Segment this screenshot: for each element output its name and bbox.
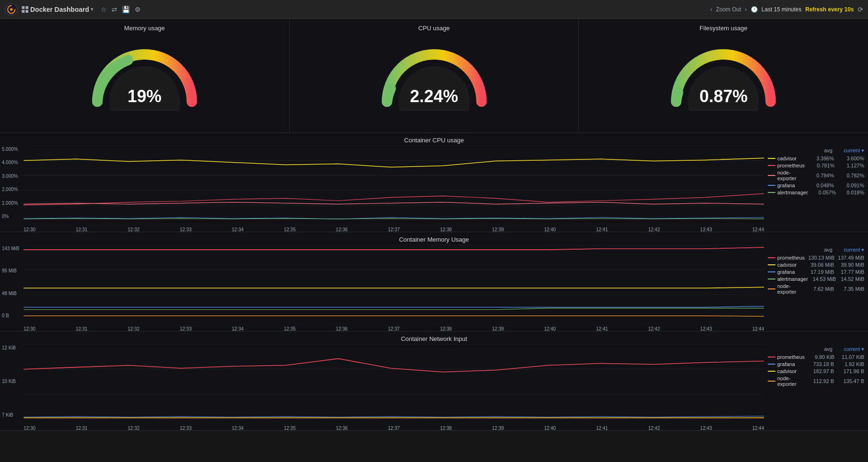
svg-rect-2	[22, 6, 25, 9]
cpu-gauge-panel: CPU usage 2.24%	[290, 19, 579, 132]
grafana-logo-icon[interactable]	[5, 3, 18, 16]
network-y-label-0: 12 KiB	[2, 345, 22, 350]
zoom-out-button[interactable]: Zoom Out	[716, 6, 741, 13]
mem-cadvisor-avg: 39.06 MiB	[806, 262, 834, 268]
cpu-chart-svg-container: 5.000% 4.000% 3.000% 2.000% 1.000% 0%	[0, 146, 764, 233]
network-legend-node-exporter: node-exporter 112.92 B 135.47 B	[768, 375, 864, 387]
net-prometheus-label: prometheus	[777, 354, 805, 360]
cpu-y-label-1: 4.000%	[2, 160, 22, 165]
cpu-legend-node-exporter: node-exporter 0.784% 0.782%	[768, 170, 864, 181]
zoom-out-left-icon[interactable]: ‹	[710, 6, 712, 13]
memory-gauge-svg-wrapper: 19%	[83, 35, 206, 111]
filesystem-gauge-panel: Filesystem usage 0.87%	[579, 19, 868, 132]
time-range-display[interactable]: Last 15 minutes	[762, 6, 802, 13]
cpu-gauge-value: 2.24%	[410, 87, 458, 106]
mem-node-exporter-current: 7.35 MiB	[836, 286, 864, 292]
zoom-out-right-icon[interactable]: ›	[745, 6, 747, 13]
svg-point-1	[10, 8, 13, 11]
net-node-exporter-avg: 112.92 B	[806, 378, 834, 384]
cpu-y-axis: 5.000% 4.000% 3.000% 2.000% 1.000% 0%	[0, 146, 24, 219]
network-legend-cadvisor: cadvisor 182.97 B 171.96 B	[768, 368, 864, 374]
net-prometheus-avg: 9.80 KiB	[807, 354, 834, 360]
cpu-gauge-svg-wrapper: 2.24%	[373, 35, 496, 111]
dashboard-icon	[22, 6, 28, 13]
net-prometheus-current: 11.07 KiB	[836, 354, 864, 360]
mem-node-exporter-avg: 7.62 MiB	[806, 286, 834, 292]
alertmanager-color-swatch	[768, 192, 775, 193]
dashboard-title[interactable]: Docker Dashboard ▾	[22, 6, 93, 13]
net-grafana-label: grafana	[777, 361, 804, 367]
memory-y-label-2: 48 MiB	[2, 291, 22, 296]
cpu-chart-area: 5.000% 4.000% 3.000% 2.000% 1.000% 0%	[0, 146, 868, 233]
net-cadvisor-swatch	[768, 371, 775, 372]
network-chart-area: 12 KiB 10 KiB 7 KiB 12:30 12:31	[0, 344, 868, 431]
refresh-icon[interactable]: ⟳	[858, 6, 863, 13]
settings-icon[interactable]: ⚙	[135, 6, 141, 13]
filesystem-gauge-svg-wrapper: 0.87%	[662, 35, 785, 111]
filesystem-gauge-value: 0.87%	[699, 87, 748, 106]
memory-legend-cadvisor: cadvisor 39.06 MiB 39.90 MiB	[768, 262, 864, 268]
net-cadvisor-label: cadvisor	[777, 368, 804, 374]
net-grafana-swatch	[768, 364, 775, 365]
mem-node-exporter-swatch	[768, 288, 775, 289]
share-icon[interactable]: ⇄	[112, 6, 117, 13]
memory-y-label-0: 143 MiB	[2, 246, 22, 251]
prometheus-color-swatch	[768, 165, 775, 166]
cadvisor-avg: 3.396%	[806, 156, 834, 161]
memory-chart-lines-svg	[24, 245, 764, 319]
net-prometheus-swatch	[768, 357, 775, 357]
cadvisor-current: 3.600%	[836, 156, 864, 161]
network-legend-grafana: grafana 733.18 B 1.92 KiB	[768, 361, 864, 367]
cadvisor-color-swatch	[768, 158, 775, 159]
alertmanager-avg: 0.057%	[810, 190, 836, 195]
node-exporter-label: node-exporter	[777, 170, 804, 181]
mem-alertmanager-current: 14.52 MiB	[838, 276, 864, 282]
memory-gauge-panel: Memory usage	[0, 19, 290, 132]
memory-y-label-1: 95 MiB	[2, 268, 22, 273]
node-exporter-avg: 0.784%	[806, 173, 834, 178]
cpu-chart-lines-svg	[24, 146, 764, 220]
svg-rect-5	[26, 10, 28, 13]
cpu-y-label-5: 0%	[2, 214, 22, 219]
mem-prometheus-label: prometheus	[777, 255, 805, 261]
network-current-col-header[interactable]: current ▾	[844, 346, 864, 352]
memory-current-col-header[interactable]: current ▾	[844, 247, 864, 253]
memory-chart-legend: avg current ▾ prometheus 130.13 MiB 137.…	[764, 245, 868, 332]
cpu-avg-col-header: avg	[824, 148, 833, 154]
network-y-label-2: 7 KiB	[2, 412, 22, 418]
mem-alertmanager-label: alertmanager	[777, 276, 808, 282]
grafana-color-swatch	[768, 185, 775, 186]
network-chart-svg-container: 12 KiB 10 KiB 7 KiB 12:30 12:31	[0, 344, 764, 431]
mem-grafana-label: grafana	[777, 269, 804, 275]
alertmanager-current: 0.018%	[838, 190, 864, 195]
mem-prometheus-current: 137.49 MiB	[836, 255, 864, 261]
prometheus-avg: 0.781%	[807, 163, 834, 168]
network-y-label-1: 10 KiB	[2, 379, 22, 384]
memory-legend-prometheus: prometheus 130.13 MiB 137.49 MiB	[768, 255, 864, 261]
cpu-legend-cadvisor: cadvisor 3.396% 3.600%	[768, 156, 864, 161]
memory-y-axis: 143 MiB 95 MiB 48 MiB 0 B	[0, 245, 24, 318]
memory-avg-col-header: avg	[824, 247, 833, 253]
star-icon[interactable]: ☆	[101, 6, 107, 13]
mem-alertmanager-swatch	[768, 279, 775, 279]
network-chart-panel: Container Network Input 12 KiB 10 KiB 7 …	[0, 331, 868, 431]
memory-gauge-value: 19%	[128, 87, 162, 106]
node-exporter-current: 0.782%	[836, 173, 864, 178]
cpu-chart-title: Container CPU usage	[0, 137, 868, 144]
save-icon[interactable]: 💾	[122, 6, 130, 13]
gauge-row: Memory usage	[0, 19, 868, 133]
cpu-y-label-2: 3.000%	[2, 174, 22, 179]
refresh-label[interactable]: Refresh every 10s	[805, 6, 854, 13]
prometheus-current: 1.127%	[836, 163, 864, 168]
cpu-current-col-header[interactable]: current ▾	[844, 148, 864, 154]
svg-rect-4	[22, 10, 25, 13]
memory-gauge-title: Memory usage	[124, 25, 165, 32]
cpu-legend-prometheus: prometheus 0.781% 1.127%	[768, 163, 864, 168]
mem-prometheus-avg: 130.13 MiB	[807, 255, 834, 261]
network-x-axis: 12:30 12:31 12:32 12:33 12:34 12:35 12:3…	[24, 426, 764, 431]
grafana-avg: 0.048%	[806, 183, 834, 188]
cpu-legend-header: avg current ▾	[768, 148, 864, 154]
cpu-legend-grafana: grafana 0.048% 0.091%	[768, 183, 864, 188]
cpu-y-label-0: 5.000%	[2, 147, 22, 152]
cpu-legend-alertmanager: alertmanager 0.057% 0.018%	[768, 190, 864, 195]
